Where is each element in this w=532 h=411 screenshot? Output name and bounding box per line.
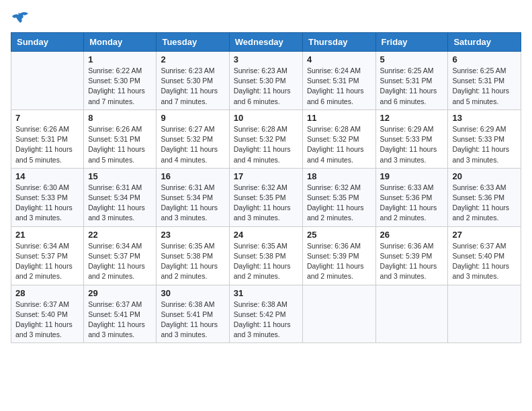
weekday-header-wednesday: Wednesday: [229, 33, 302, 52]
day-info: Sunrise: 6:36 AM Sunset: 5:39 PM Dayligh…: [307, 241, 371, 282]
day-number: 21: [15, 230, 79, 240]
calendar-cell: 2Sunrise: 6:23 AM Sunset: 5:30 PM Daylig…: [157, 52, 229, 110]
calendar-cell: 11Sunrise: 6:28 AM Sunset: 5:32 PM Dayli…: [302, 109, 375, 168]
calendar-week-row: 7Sunrise: 6:26 AM Sunset: 5:31 PM Daylig…: [11, 109, 521, 168]
day-info: Sunrise: 6:25 AM Sunset: 5:31 PM Dayligh…: [380, 66, 444, 107]
calendar-cell: 10Sunrise: 6:28 AM Sunset: 5:32 PM Dayli…: [229, 109, 302, 168]
day-number: 25: [307, 230, 371, 240]
calendar-cell: [302, 285, 375, 343]
day-info: Sunrise: 6:32 AM Sunset: 5:35 PM Dayligh…: [234, 183, 298, 224]
day-number: 20: [452, 171, 517, 181]
calendar-cell: [448, 285, 521, 343]
day-info: Sunrise: 6:29 AM Sunset: 5:33 PM Dayligh…: [452, 124, 517, 165]
calendar-cell: 5Sunrise: 6:25 AM Sunset: 5:31 PM Daylig…: [375, 52, 448, 110]
calendar-cell: 25Sunrise: 6:36 AM Sunset: 5:39 PM Dayli…: [302, 226, 375, 285]
calendar-cell: 31Sunrise: 6:38 AM Sunset: 5:42 PM Dayli…: [229, 285, 302, 343]
calendar-cell: 27Sunrise: 6:37 AM Sunset: 5:40 PM Dayli…: [448, 226, 521, 285]
calendar-cell: 20Sunrise: 6:33 AM Sunset: 5:36 PM Dayli…: [448, 168, 521, 226]
day-info: Sunrise: 6:35 AM Sunset: 5:38 PM Dayligh…: [234, 241, 298, 282]
day-number: 6: [452, 54, 517, 64]
calendar-cell: 21Sunrise: 6:34 AM Sunset: 5:37 PM Dayli…: [11, 226, 84, 285]
calendar-cell: 28Sunrise: 6:37 AM Sunset: 5:40 PM Dayli…: [11, 285, 84, 343]
day-info: Sunrise: 6:24 AM Sunset: 5:31 PM Dayligh…: [307, 66, 371, 107]
calendar-cell: 7Sunrise: 6:26 AM Sunset: 5:31 PM Daylig…: [11, 109, 84, 168]
day-number: 2: [161, 54, 224, 64]
day-info: Sunrise: 6:23 AM Sunset: 5:30 PM Dayligh…: [234, 66, 298, 107]
day-number: 17: [234, 171, 298, 181]
day-info: Sunrise: 6:37 AM Sunset: 5:41 PM Dayligh…: [88, 300, 152, 340]
day-number: 4: [307, 54, 371, 64]
page-header: [11, 11, 521, 27]
day-number: 22: [88, 230, 152, 240]
day-info: Sunrise: 6:38 AM Sunset: 5:42 PM Dayligh…: [234, 300, 298, 340]
calendar-cell: 24Sunrise: 6:35 AM Sunset: 5:38 PM Dayli…: [229, 226, 302, 285]
day-info: Sunrise: 6:36 AM Sunset: 5:39 PM Dayligh…: [380, 241, 444, 282]
day-info: Sunrise: 6:29 AM Sunset: 5:33 PM Dayligh…: [380, 124, 444, 165]
day-number: 31: [234, 288, 298, 298]
day-number: 5: [380, 54, 444, 64]
calendar-header-row: SundayMondayTuesdayWednesdayThursdayFrid…: [11, 33, 521, 52]
day-number: 16: [161, 171, 224, 181]
calendar-cell: 26Sunrise: 6:36 AM Sunset: 5:39 PM Dayli…: [375, 226, 448, 285]
day-info: Sunrise: 6:27 AM Sunset: 5:32 PM Dayligh…: [161, 124, 224, 165]
calendar-cell: 17Sunrise: 6:32 AM Sunset: 5:35 PM Dayli…: [229, 168, 302, 226]
weekday-header-tuesday: Tuesday: [157, 33, 229, 52]
day-info: Sunrise: 6:28 AM Sunset: 5:32 PM Dayligh…: [307, 124, 371, 165]
calendar-cell: 19Sunrise: 6:33 AM Sunset: 5:36 PM Dayli…: [375, 168, 448, 226]
day-info: Sunrise: 6:37 AM Sunset: 5:40 PM Dayligh…: [15, 300, 79, 340]
calendar-table: SundayMondayTuesdayWednesdayThursdayFrid…: [11, 32, 521, 343]
day-info: Sunrise: 6:33 AM Sunset: 5:36 PM Dayligh…: [452, 183, 517, 224]
day-number: 10: [234, 113, 298, 123]
weekday-header-friday: Friday: [375, 33, 448, 52]
logo: [11, 11, 32, 27]
day-info: Sunrise: 6:34 AM Sunset: 5:37 PM Dayligh…: [15, 241, 79, 282]
weekday-header-thursday: Thursday: [302, 33, 375, 52]
day-number: 18: [307, 171, 371, 181]
calendar-week-row: 28Sunrise: 6:37 AM Sunset: 5:40 PM Dayli…: [11, 285, 521, 343]
day-info: Sunrise: 6:25 AM Sunset: 5:31 PM Dayligh…: [452, 66, 517, 107]
day-number: 12: [380, 113, 444, 123]
calendar-cell: [375, 285, 448, 343]
day-number: 19: [380, 171, 444, 181]
calendar-cell: 9Sunrise: 6:27 AM Sunset: 5:32 PM Daylig…: [157, 109, 229, 168]
day-number: 3: [234, 54, 298, 64]
day-number: 24: [234, 230, 298, 240]
calendar-cell: 14Sunrise: 6:30 AM Sunset: 5:33 PM Dayli…: [11, 168, 84, 226]
calendar-week-row: 21Sunrise: 6:34 AM Sunset: 5:37 PM Dayli…: [11, 226, 521, 285]
calendar-cell: 22Sunrise: 6:34 AM Sunset: 5:37 PM Dayli…: [84, 226, 157, 285]
day-info: Sunrise: 6:33 AM Sunset: 5:36 PM Dayligh…: [380, 183, 444, 224]
calendar-body: 1Sunrise: 6:22 AM Sunset: 5:30 PM Daylig…: [11, 52, 521, 343]
day-number: 30: [161, 288, 224, 298]
day-info: Sunrise: 6:28 AM Sunset: 5:32 PM Dayligh…: [234, 124, 298, 165]
calendar-cell: 4Sunrise: 6:24 AM Sunset: 5:31 PM Daylig…: [302, 52, 375, 110]
day-number: 14: [15, 171, 79, 181]
calendar-cell: 15Sunrise: 6:31 AM Sunset: 5:34 PM Dayli…: [84, 168, 157, 226]
day-info: Sunrise: 6:31 AM Sunset: 5:34 PM Dayligh…: [161, 183, 224, 224]
day-info: Sunrise: 6:26 AM Sunset: 5:31 PM Dayligh…: [88, 124, 152, 165]
day-number: 7: [15, 113, 79, 123]
day-info: Sunrise: 6:32 AM Sunset: 5:35 PM Dayligh…: [307, 183, 371, 224]
calendar-cell: [11, 52, 84, 110]
calendar-cell: 29Sunrise: 6:37 AM Sunset: 5:41 PM Dayli…: [84, 285, 157, 343]
logo-bird-icon: [11, 11, 30, 27]
day-number: 28: [15, 288, 79, 298]
calendar-cell: 3Sunrise: 6:23 AM Sunset: 5:30 PM Daylig…: [229, 52, 302, 110]
calendar-cell: 16Sunrise: 6:31 AM Sunset: 5:34 PM Dayli…: [157, 168, 229, 226]
calendar-cell: 30Sunrise: 6:38 AM Sunset: 5:41 PM Dayli…: [157, 285, 229, 343]
weekday-header-monday: Monday: [84, 33, 157, 52]
calendar-cell: 6Sunrise: 6:25 AM Sunset: 5:31 PM Daylig…: [448, 52, 521, 110]
calendar-cell: 13Sunrise: 6:29 AM Sunset: 5:33 PM Dayli…: [448, 109, 521, 168]
weekday-header-sunday: Sunday: [11, 33, 84, 52]
day-info: Sunrise: 6:37 AM Sunset: 5:40 PM Dayligh…: [452, 241, 517, 282]
day-number: 9: [161, 113, 224, 123]
calendar-cell: 8Sunrise: 6:26 AM Sunset: 5:31 PM Daylig…: [84, 109, 157, 168]
day-info: Sunrise: 6:35 AM Sunset: 5:38 PM Dayligh…: [161, 241, 224, 282]
day-info: Sunrise: 6:26 AM Sunset: 5:31 PM Dayligh…: [15, 124, 79, 165]
day-number: 1: [88, 54, 152, 64]
calendar-cell: 1Sunrise: 6:22 AM Sunset: 5:30 PM Daylig…: [84, 52, 157, 110]
day-number: 26: [380, 230, 444, 240]
day-info: Sunrise: 6:31 AM Sunset: 5:34 PM Dayligh…: [88, 183, 152, 224]
day-number: 11: [307, 113, 371, 123]
day-number: 29: [88, 288, 152, 298]
day-info: Sunrise: 6:38 AM Sunset: 5:41 PM Dayligh…: [161, 300, 224, 340]
